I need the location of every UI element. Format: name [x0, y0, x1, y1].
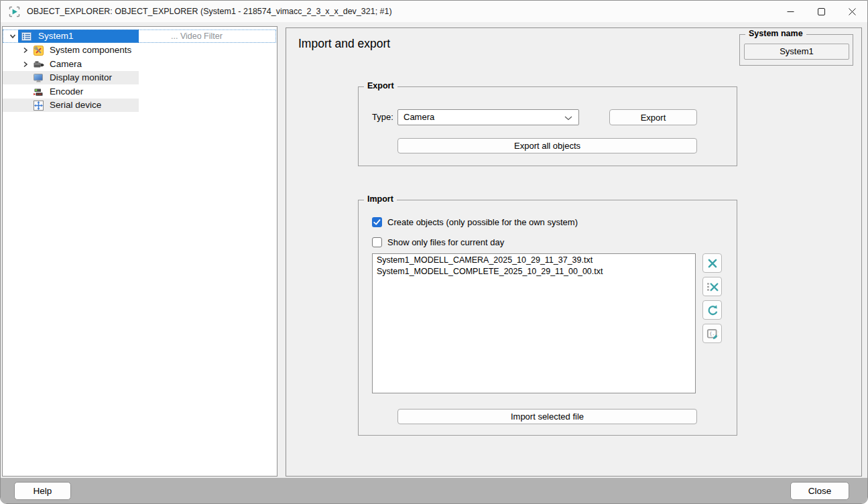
help-button[interactable]: Help [14, 482, 71, 500]
current-day-checkbox[interactable] [372, 237, 382, 247]
close-icon [849, 8, 856, 15]
create-objects-row: Create objects (only possible for the ow… [372, 216, 578, 227]
tree-row-serial-device[interactable]: Serial device [3, 99, 277, 112]
system-icon [21, 31, 32, 42]
current-day-label: Show only files for current day [387, 237, 504, 247]
checkmark-icon [372, 217, 382, 227]
tree-row-system1[interactable]: System1 ... Video Filter [3, 29, 277, 43]
delete-file-button[interactable] [702, 253, 722, 273]
chevron-down-icon[interactable] [8, 32, 17, 41]
object-tree: System1 ... Video Filter System componen… [2, 26, 277, 477]
tree-row-encoder[interactable]: Encoder [3, 85, 277, 99]
encoder-icon [33, 86, 44, 98]
selection-highlight [18, 29, 139, 43]
create-objects-label: Create objects (only possible for the ow… [387, 217, 578, 227]
import-group-label: Import [364, 194, 397, 204]
chevron-right-icon[interactable] [21, 46, 30, 55]
import-group: Import Create objects (only possible for… [358, 200, 737, 436]
tools-icon [33, 45, 44, 56]
tree-item-label: Encoder [50, 85, 83, 99]
app-icon [9, 6, 20, 17]
page-title: Import and export [298, 37, 390, 51]
footer-bar: Help Close [1, 478, 867, 503]
tree-item-label: Display monitor [50, 71, 112, 84]
export-all-objects-button[interactable]: Export all objects [397, 138, 697, 153]
import-selected-file-button[interactable]: Import selected file [397, 409, 697, 424]
tree-item-label: Camera [50, 58, 82, 71]
serial-device-icon [33, 100, 44, 111]
svg-text:{..}: {..} [709, 331, 719, 336]
edit-file-button[interactable]: {..} [702, 324, 722, 343]
type-label: Type: [372, 109, 393, 125]
export-group-label: Export [364, 81, 397, 90]
minimize-button[interactable] [775, 1, 806, 22]
delete-icon [706, 257, 719, 269]
system-name-label: System name [745, 29, 806, 38]
refresh-file-list-button[interactable] [702, 300, 722, 320]
delete-all-files-button[interactable] [702, 277, 722, 296]
file-list-item[interactable]: System1_MODELL_CAMERA_2025_10_29_11_37_3… [373, 254, 695, 265]
current-day-row: Show only files for current day [372, 237, 504, 247]
delete-list-icon [706, 281, 719, 293]
braces-edit-icon: {..} [706, 328, 719, 340]
tree-row-system-components[interactable]: System components [3, 44, 277, 57]
system-name-group: System name System1 [739, 34, 853, 66]
export-type-select[interactable]: Camera [397, 109, 579, 125]
object-explorer-window: OBJECT_EXPLORER: OBJECT_EXPLORER (System… [0, 0, 868, 504]
system-name-value: System1 [744, 44, 849, 60]
close-window-button[interactable] [836, 1, 867, 22]
window-controls [775, 1, 867, 22]
tree-row-camera[interactable]: Camera [3, 58, 277, 71]
refresh-icon [706, 304, 719, 316]
chevron-down-icon [564, 116, 572, 121]
window-title: OBJECT_EXPLORER: OBJECT_EXPLORER (System… [27, 7, 392, 16]
maximize-icon [818, 8, 825, 15]
export-group: Export Type: Camera Export Export all ob… [358, 86, 737, 166]
export-button[interactable]: Export [609, 109, 697, 125]
close-button[interactable]: Close [790, 482, 849, 500]
titlebar: OBJECT_EXPLORER: OBJECT_EXPLORER (System… [1, 1, 867, 22]
export-type-value: Camera [404, 112, 434, 122]
monitor-icon [33, 72, 44, 84]
video-filter-cell: ... Video Filter [171, 29, 223, 43]
tree-item-label: System1 [38, 29, 74, 43]
camera-icon [33, 59, 44, 70]
import-file-list[interactable]: System1_MODELL_CAMERA_2025_10_29_11_37_3… [372, 253, 696, 393]
maximize-button[interactable] [806, 1, 836, 22]
tree-item-label: Serial device [50, 99, 101, 112]
tree-item-label: System components [50, 44, 131, 57]
tree-row-display-monitor[interactable]: Display monitor [3, 71, 277, 84]
create-objects-checkbox[interactable] [372, 217, 382, 227]
import-export-panel: Import and export System name System1 Ex… [286, 27, 862, 477]
chevron-right-icon[interactable] [21, 60, 30, 69]
minimize-icon [787, 8, 794, 15]
file-list-item[interactable]: System1_MODELL_COMPLETE_2025_10_29_11_00… [373, 265, 695, 277]
